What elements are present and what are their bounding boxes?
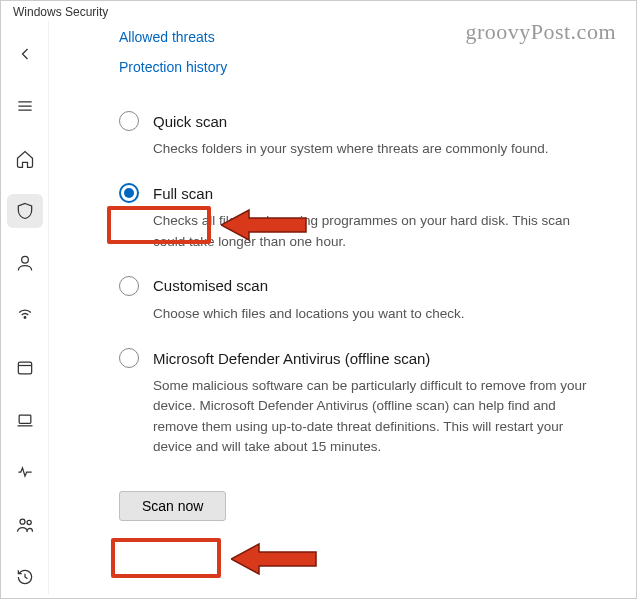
option-custom-scan: Customised scan Choose which files and l…: [119, 276, 596, 324]
history-icon[interactable]: [7, 560, 43, 594]
allowed-threats-link[interactable]: Allowed threats: [119, 29, 596, 45]
protection-history-link[interactable]: Protection history: [119, 59, 596, 75]
radio-custom-scan[interactable]: [119, 276, 139, 296]
home-icon[interactable]: [7, 142, 43, 176]
svg-point-1: [24, 317, 26, 319]
radio-full-scan[interactable]: [119, 183, 139, 203]
radio-quick-scan[interactable]: [119, 111, 139, 131]
label-offline-scan: Microsoft Defender Antivirus (offline sc…: [153, 350, 430, 367]
back-icon[interactable]: [7, 37, 43, 71]
desc-quick-scan: Checks folders in your system where thre…: [153, 139, 596, 159]
menu-icon[interactable]: [7, 89, 43, 123]
people-icon[interactable]: [7, 507, 43, 541]
desc-custom-scan: Choose which files and locations you wan…: [153, 304, 596, 324]
person-icon[interactable]: [7, 246, 43, 280]
svg-rect-3: [19, 415, 31, 423]
window-title: Windows Security: [1, 1, 636, 21]
main-content: Allowed threats Protection history Quick…: [49, 21, 636, 594]
label-quick-scan: Quick scan: [153, 113, 227, 130]
shield-icon[interactable]: [7, 194, 43, 228]
svg-point-0: [21, 257, 28, 264]
svg-point-5: [27, 520, 31, 524]
scan-options: Quick scan Checks folders in your system…: [119, 111, 596, 521]
option-offline-scan: Microsoft Defender Antivirus (offline sc…: [119, 348, 596, 457]
label-custom-scan: Customised scan: [153, 277, 268, 294]
laptop-icon[interactable]: [7, 403, 43, 437]
label-full-scan: Full scan: [153, 185, 213, 202]
scan-now-button[interactable]: Scan now: [119, 491, 226, 521]
desc-full-scan: Checks all files and running programmes …: [153, 211, 596, 252]
option-full-scan: Full scan Checks all files and running p…: [119, 183, 596, 252]
desc-offline-scan: Some malicious software can be particula…: [153, 376, 596, 457]
svg-point-4: [20, 519, 25, 524]
sidebar: [1, 21, 49, 594]
svg-rect-2: [18, 362, 31, 374]
window-icon[interactable]: [7, 351, 43, 385]
signal-icon[interactable]: [7, 298, 43, 332]
radio-offline-scan[interactable]: [119, 348, 139, 368]
heart-icon[interactable]: [7, 455, 43, 489]
option-quick-scan: Quick scan Checks folders in your system…: [119, 111, 596, 159]
